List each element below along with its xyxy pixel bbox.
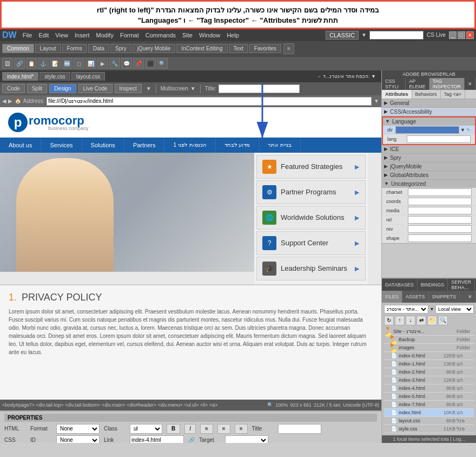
align-btn-1[interactable]: ≡: [200, 424, 213, 434]
ti-tab-tag[interactable]: Tag <a>: [441, 90, 466, 99]
toolbar-tab-layout[interactable]: Layout: [35, 44, 61, 53]
ti-css-header[interactable]: ▶CSS/Accessibility: [382, 108, 476, 116]
toolbar-tab-data[interactable]: Data: [88, 44, 109, 53]
ti-general-header[interactable]: ▶General: [382, 99, 476, 107]
files-expand-btn[interactable]: 📁: [427, 316, 437, 325]
file-item-site[interactable]: ▼📁 Site - אינטרנ... Folder: [384, 328, 474, 336]
file-item-index2[interactable]: 📄 index-2.html 8KB הט: [384, 368, 474, 376]
class-select[interactable]: ul: [130, 424, 162, 434]
align-btn-3[interactable]: ≡: [235, 424, 248, 434]
file-item-index4[interactable]: 📄 index-4.html 8KB הט: [384, 384, 474, 393]
ti-uncategorized-header[interactable]: ▼Uncategorized: [382, 180, 476, 188]
files-view-select[interactable]: Local view: [435, 305, 474, 314]
side-menu-leadership[interactable]: 🎓 Leadership Seminars ►: [256, 257, 366, 280]
insert-btn-12[interactable]: 📌: [133, 58, 144, 69]
ti-dir-edit[interactable]: ✎: [466, 127, 471, 133]
ti-val-lang[interactable]: [407, 135, 471, 143]
ti-val-coords[interactable]: [408, 198, 472, 205]
files-tab-files[interactable]: FILES: [382, 291, 402, 303]
view-split-btn[interactable]: Split: [27, 84, 47, 93]
br-tab-server[interactable]: SERVER BEHA...: [448, 279, 475, 291]
toolbar-tab-incontext[interactable]: InContext Editing: [176, 44, 227, 53]
insert-btn-8[interactable]: 📊: [85, 58, 96, 69]
ti-jquery-header[interactable]: ▶jQueryMobile: [382, 162, 476, 171]
maximize-btn[interactable]: □: [458, 31, 465, 39]
title-input[interactable]: [219, 84, 300, 93]
bold-btn[interactable]: B: [167, 424, 180, 434]
menu-window[interactable]: Window: [196, 31, 223, 39]
menu-format[interactable]: Format: [117, 31, 142, 39]
files-close[interactable]: ✕: [465, 291, 476, 303]
search-input[interactable]: [369, 31, 424, 40]
insert-btn-4[interactable]: ⚓: [38, 58, 49, 69]
br-tab-databases[interactable]: DATABASES: [382, 279, 418, 291]
ti-dir-arrow[interactable]: ▼: [460, 127, 465, 133]
toolbar-tab-forms[interactable]: Forms: [62, 44, 87, 53]
nav-hebrew3[interactable]: בניית אתר: [259, 138, 301, 152]
files-tab-snippets[interactable]: SNIPPETS: [429, 291, 460, 303]
menu-site[interactable]: Site: [180, 31, 195, 39]
file-item-images[interactable]: ▶📁 images Folder: [384, 344, 474, 352]
align-btn-2[interactable]: ≡: [217, 424, 230, 434]
menu-commands[interactable]: Commands: [143, 31, 178, 39]
link-input[interactable]: [130, 435, 184, 443]
italic-btn[interactable]: I: [184, 424, 196, 434]
file-item-index[interactable]: 📄 index.html 10KB הט: [384, 409, 474, 417]
toolbar-tab-spry[interactable]: Spry: [110, 44, 131, 53]
toolbar-tab-common[interactable]: Common: [2, 44, 34, 53]
toolbar-extra-btn[interactable]: ≡: [283, 43, 294, 54]
insert-btn-13[interactable]: ⬛: [145, 58, 156, 69]
toolbar-tab-favorites[interactable]: Favorites: [249, 44, 281, 53]
nav-hebrew1[interactable]: הכנסות לפני 1: [164, 138, 215, 152]
files-search-btn[interactable]: 🔍: [438, 316, 448, 325]
ti-val-rev[interactable]: [408, 225, 472, 233]
file-item-index3[interactable]: 📄 index-3.html 12KB הט: [384, 376, 474, 384]
insert-btn-5[interactable]: 📝: [50, 58, 61, 69]
id-select[interactable]: None: [56, 435, 100, 443]
insert-btn-9[interactable]: ▶: [97, 58, 108, 69]
files-site-select[interactable]: אתר - אינטרנ...: [384, 305, 428, 314]
rp-tab-tag[interactable]: TAG INSPECTOR: [429, 78, 465, 90]
menu-help[interactable]: Help: [224, 31, 242, 39]
side-menu-worldwide[interactable]: 🌐 Worldwide Solutions ►: [256, 206, 366, 230]
nav-partners[interactable]: Partners: [124, 138, 165, 153]
insert-btn-3[interactable]: 📋: [26, 58, 37, 69]
rp-close-btn[interactable]: ✕: [465, 78, 476, 90]
menu-modify[interactable]: Modify: [94, 31, 116, 39]
ti-tab-behaviors[interactable]: Behaviors: [412, 90, 441, 99]
files-upload-btn[interactable]: ↑: [395, 316, 405, 325]
files-tab-assets[interactable]: ASSETS: [402, 291, 429, 303]
rp-tab-ap[interactable]: AP ELEME: [406, 78, 429, 90]
address-input[interactable]: [47, 97, 372, 106]
menu-insert[interactable]: Insert: [72, 31, 92, 39]
close-btn[interactable]: ✕: [466, 31, 474, 39]
view-livecode-btn[interactable]: Live Code: [78, 84, 113, 93]
ti-val-rel[interactable]: [408, 216, 472, 224]
minimize-btn[interactable]: _: [449, 31, 457, 39]
insert-btn-7[interactable]: ◻: [74, 58, 84, 69]
view-design-btn[interactable]: Design: [49, 84, 76, 93]
format-select[interactable]: None: [56, 424, 100, 434]
ti-language-header[interactable]: ▼Language: [383, 117, 475, 126]
br-tab-bindings[interactable]: BINDINGS: [418, 279, 448, 291]
insert-btn-14[interactable]: 🔍: [157, 58, 168, 69]
nav-services[interactable]: Services: [41, 138, 82, 153]
ti-ice-header[interactable]: ▶ICE: [382, 145, 476, 153]
menu-file[interactable]: File: [20, 31, 35, 39]
ti-val-dir[interactable]: [395, 126, 459, 134]
doc-tab-layout[interactable]: layout.css: [71, 72, 105, 81]
nav-about[interactable]: About us: [0, 138, 41, 153]
files-refresh-btn[interactable]: ↻: [384, 316, 394, 325]
view-inspect-btn[interactable]: Inspect: [115, 84, 142, 93]
file-item-index5[interactable]: 📄 index-5.html 8KB הט: [384, 393, 474, 401]
insert-btn-10[interactable]: 🔧: [109, 58, 120, 69]
file-item-index0[interactable]: 📄 index-0.html 12KB הט: [384, 352, 474, 360]
insert-btn-1[interactable]: 🖼: [2, 58, 13, 69]
insert-btn-11[interactable]: 💬: [121, 58, 132, 69]
ti-tab-attributes[interactable]: Attributes: [382, 90, 412, 99]
side-menu-support[interactable]: ? Support Center ►: [256, 231, 366, 255]
file-item-backup[interactable]: ▶📁 Backup Folder: [384, 336, 474, 344]
target-select[interactable]: [225, 435, 268, 443]
toolbar-tab-text[interactable]: Text: [229, 44, 248, 53]
nav-hebrew2[interactable]: מדוע לבחד: [216, 138, 260, 152]
